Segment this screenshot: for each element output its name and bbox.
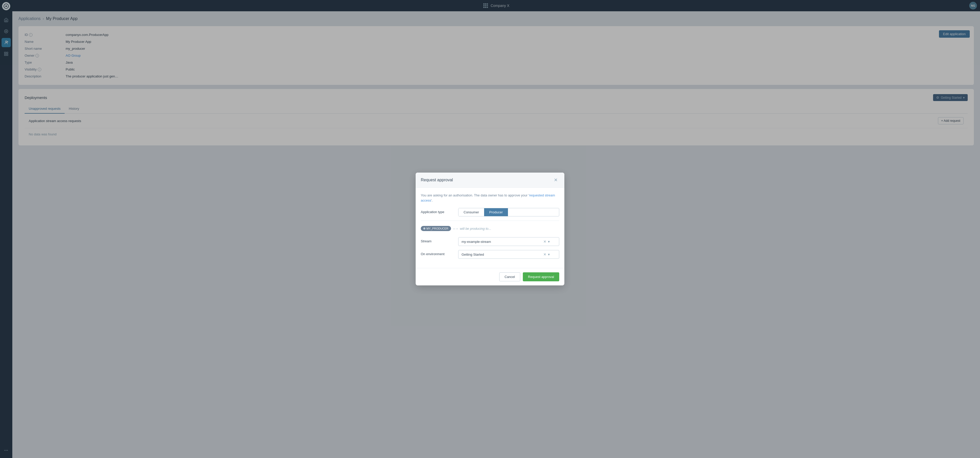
env-selected-value: Getting Started [461,253,543,256]
stream-selected-value: my-example-stream [461,240,543,243]
flow-dest: will be producing to... [460,227,491,231]
flow-arrow: - - → [453,227,458,231]
app-type-label: Application type [421,208,454,214]
app-type-toggle: Consumer Producer [458,208,559,216]
request-approval-modal: Request approval ✕ You are asking for an… [416,173,564,285]
toggle-group: Consumer Producer [458,208,559,216]
stream-label: Stream [421,237,454,243]
flow-tag-label: MY_PRODUCER [426,227,449,230]
modal-notice: You are asking for an authorisation. The… [421,193,559,203]
form-row-stream: Stream my-example-stream ✕ ▾ [421,237,559,246]
env-label: On environment [421,250,454,256]
stream-select-actions: ✕ ▾ [543,240,550,243]
flow-dot [423,227,425,229]
toggle-consumer-button[interactable]: Consumer [458,208,484,216]
modal-close-button[interactable]: ✕ [552,177,559,183]
env-select-container: Getting Started ✕ ▾ [458,250,559,259]
stream-select[interactable]: my-example-stream ✕ ▾ [458,237,559,246]
modal-header: Request approval ✕ [416,173,564,188]
flow-row: MY_PRODUCER - - → will be producing to..… [421,224,559,233]
modal-footer: Cancel Request approval [416,268,564,285]
stream-chevron-icon[interactable]: ▾ [548,240,550,243]
stream-select-container: my-example-stream ✕ ▾ [458,237,559,246]
notice-highlight: requested stream access [421,193,555,202]
env-clear-icon[interactable]: ✕ [543,252,546,256]
modal-title: Request approval [421,178,453,182]
toggle-producer-button[interactable]: Producer [484,208,508,216]
flow-tag: MY_PRODUCER [421,226,451,231]
form-row-app-type: Application type Consumer Producer [421,208,559,216]
modal-overlay[interactable]: Request approval ✕ You are asking for an… [0,0,980,458]
modal-body: You are asking for an authorisation. The… [416,188,564,268]
cancel-button[interactable]: Cancel [499,272,520,281]
stream-clear-icon[interactable]: ✕ [543,240,546,243]
form-row-env: On environment Getting Started ✕ ▾ [421,250,559,259]
env-select-actions: ✕ ▾ [543,252,550,256]
request-approval-button[interactable]: Request approval [523,272,559,281]
env-select[interactable]: Getting Started ✕ ▾ [458,250,559,259]
env-chevron-icon[interactable]: ▾ [548,252,550,256]
